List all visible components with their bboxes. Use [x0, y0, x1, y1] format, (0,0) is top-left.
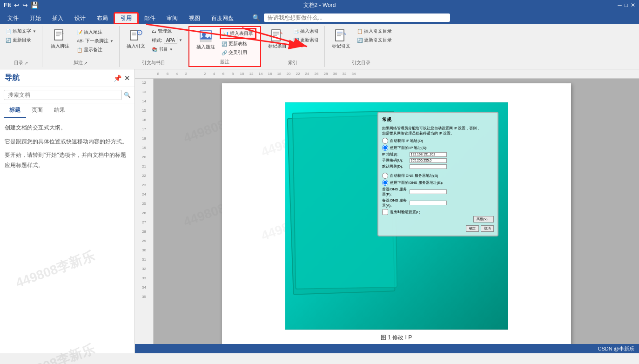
update-index-button[interactable]: 🔄 更新索引 [291, 36, 321, 44]
bibliography-button[interactable]: 📚 书目 ▼ [150, 45, 184, 54]
nav-tab-headings[interactable]: 标题 [4, 103, 26, 118]
vertical-ruler: 12 13 14 15 16 17 18 19 20 21 22 23 24 2… [135, 79, 154, 353]
insert-caption-button[interactable]: 插入题注 [193, 28, 219, 51]
watermark-2: 449808李新乐 [13, 337, 98, 364]
captions-label: 题注 [193, 57, 256, 65]
ruler-mark: 33 [135, 276, 153, 285]
index-buttons: ✎ 标记条目 📑 插入索引 🔄 更新索引 [265, 27, 321, 58]
insert-toc-ref-button[interactable]: 📋 插入引文目录 [355, 27, 394, 35]
advanced-btn[interactable]: 高级(V)... [473, 216, 493, 222]
ruler-mark: 29 [135, 239, 153, 248]
insert-footnote-icon: 1 [53, 28, 67, 43]
index-label: 索引 [265, 58, 321, 66]
nav-search-input[interactable] [4, 90, 122, 100]
insert-endnote-button[interactable]: 📝 插入尾注 [75, 28, 115, 36]
insert-index-button[interactable]: 📑 插入索引 [291, 27, 321, 35]
search-input[interactable] [264, 13, 450, 22]
nav-tab-pages[interactable]: 页面 [26, 103, 48, 118]
expand-icon[interactable]: ↗ [24, 61, 28, 66]
ruler-mark: 32 [135, 267, 153, 276]
search-icon: 🔍 [252, 14, 260, 21]
toc-btn-group: 📄 添加文字 ▼ 🔄 更新目录 [4, 27, 38, 44]
nav-tab-results[interactable]: 结果 [48, 103, 71, 118]
tab-view[interactable]: 视图 [183, 12, 206, 24]
insert-toc-ref-icon: 📋 [357, 29, 363, 34]
cross-ref-icon: 🔗 [222, 50, 227, 55]
nav-panel: 导航 📌 ✕ 🔍 标题 页面 结果 创建文档的交互式大纲。 它是跟踪您的具体位置… [0, 69, 135, 353]
group-index: ✎ 标记条目 📑 插入索引 🔄 更新索引 索引 [261, 26, 325, 67]
undo-icon[interactable]: ↩ [14, 1, 20, 9]
tab-mailings[interactable]: 邮件 [139, 12, 161, 24]
toc-ref-buttons: ✎ 标记引文 📋 插入引文目录 🔄 更新引文目录 [329, 27, 394, 58]
tab-file[interactable]: 文件 [2, 12, 24, 24]
next-footnote-button[interactable]: AB¹ 下一条脚注 ▼ [75, 37, 115, 45]
maximize-icon[interactable]: □ [625, 2, 628, 8]
update-table-button[interactable]: 🔄 更新表格 [220, 40, 256, 48]
tab-baidu[interactable]: 百度网盘 [206, 12, 239, 24]
style-selector[interactable]: 样式: APA ▼ [150, 36, 184, 45]
dialog-auto-ip: 自动获得 IP 地址(O) [382, 138, 494, 144]
word-logo: FIt [4, 1, 11, 9]
svg-rect-14 [272, 30, 280, 41]
horizontal-ruler: 8 6 4 2 2 4 6 8 10 12 14 16 18 20 22 24 … [135, 69, 639, 79]
cancel-btn[interactable]: 取消 [481, 225, 494, 232]
copyright-text: CSDN @李新乐 [598, 345, 634, 352]
nav-title: 导航 [5, 73, 20, 83]
cross-reference-button[interactable]: 🔗 交叉引用 [220, 48, 256, 57]
search-bar: 🔍 [249, 11, 639, 24]
update-toc-ref-button[interactable]: 🔄 更新引文目录 [355, 36, 394, 44]
tab-references[interactable]: 引用 [114, 12, 139, 24]
ruler-mark: 30 [135, 248, 153, 257]
footnote-small-buttons: 📝 插入尾注 AB¹ 下一条脚注 ▼ 📋 显示备注 [75, 28, 115, 54]
manage-source-button[interactable]: 🗂 管理源 [150, 27, 184, 35]
nav-pin-icon[interactable]: 📌 [114, 74, 121, 82]
nav-header-icons: 📌 ✕ [114, 74, 130, 82]
group-captions: 插入题注 📊 插入表目录 🔄 更新表格 🔗 交叉引用 [188, 26, 261, 67]
tab-layout[interactable]: 布局 [91, 12, 114, 24]
ok-btn[interactable]: 确定 [466, 225, 479, 232]
ruler-mark: 17 [135, 127, 153, 136]
toc-ref-small-buttons: 📋 插入引文目录 🔄 更新引文目录 [355, 27, 394, 44]
add-text-button[interactable]: 📄 添加文字 ▼ [4, 27, 38, 35]
ruler-mark: 24 [135, 192, 153, 202]
insert-footnote-button[interactable]: 1 插入脚注 [46, 27, 74, 50]
dialog-gateway: 默认网关(D): [382, 164, 494, 169]
group-footnote: 1 插入脚注 📝 插入尾注 AB¹ 下一条脚注 ▼ [42, 26, 120, 67]
svg-text:1: 1 [62, 31, 64, 34]
mark-citation-button[interactable]: ✎ 标记引文 [329, 27, 354, 50]
svg-rect-19 [336, 30, 344, 41]
insert-citation-button[interactable]: + 插入引文 [123, 27, 149, 50]
ruler-mark: 14 [135, 99, 153, 108]
save-icon[interactable]: 💾 [31, 1, 39, 9]
ruler-mark: 19 [135, 146, 153, 155]
insert-table-of-figures-button[interactable]: 📊 插入表目录 [220, 28, 256, 39]
minimize-icon[interactable]: ─ [618, 2, 622, 8]
tab-design[interactable]: 设计 [69, 12, 91, 24]
dialog-auto-dns: 自动获得 DNS 服务器地址(B) [382, 173, 494, 179]
redo-icon[interactable]: ↪ [22, 1, 28, 9]
dialog-dns1: 首选 DNS 服务器(P): [382, 187, 494, 197]
show-notes-button[interactable]: 📋 显示备注 [75, 46, 115, 54]
group-toc: 📄 添加文字 ▼ 🔄 更新目录 目录 ↗ [0, 26, 42, 67]
insert-citation-icon: + [128, 28, 143, 43]
close-icon[interactable]: ✕ [631, 2, 635, 8]
expand-footnote-icon[interactable]: ↗ [84, 61, 87, 66]
toc-buttons: 📄 添加文字 ▼ 🔄 更新目录 [4, 27, 38, 58]
group-toc-ref: ✎ 标记引文 📋 插入引文目录 🔄 更新引文目录 [325, 26, 397, 67]
title-bar: FIt ↩ ↪ 💾 文档2 - Word ─ □ ✕ [0, 0, 639, 10]
ruler-mark: 23 [135, 183, 153, 192]
update-toc-button[interactable]: 🔄 更新目录 [4, 36, 38, 44]
ribbon-content: 📄 添加文字 ▼ 🔄 更新目录 目录 ↗ [0, 24, 639, 69]
nav-tabs: 标题 页面 结果 [0, 103, 135, 118]
svg-text:+: + [138, 31, 140, 34]
citations-buttons: + 插入引文 🗂 管理源 样式: APA ▼ [123, 27, 184, 58]
mark-entry-button[interactable]: ✎ 标记条目 [265, 27, 290, 50]
nav-close-icon[interactable]: ✕ [124, 74, 130, 82]
tab-home[interactable]: 开始 [24, 12, 47, 24]
page: 449808李新乐 449808李新乐 常规 [222, 83, 571, 353]
tab-insert[interactable]: 插入 [47, 12, 69, 24]
nav-search-icon[interactable]: 🔍 [124, 92, 131, 98]
tab-review[interactable]: 审阅 [161, 12, 183, 24]
endnote-icon: 📝 [77, 30, 82, 35]
nav-search: 🔍 [0, 87, 135, 103]
